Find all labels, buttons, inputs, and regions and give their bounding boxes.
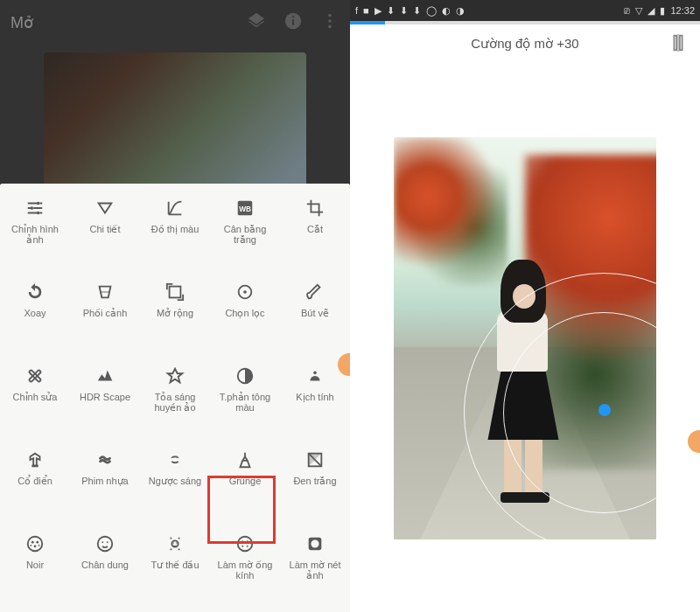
grainy-icon	[93, 448, 117, 472]
tool-label: Tư thế đầu	[150, 560, 199, 570]
tool-label: Đen trắng	[293, 476, 336, 486]
tool-rotate[interactable]: Xoay	[0, 280, 70, 346]
perspective-icon	[93, 280, 117, 304]
tool-curves[interactable]: Đồ thị màu	[140, 196, 210, 262]
info-icon[interactable]	[284, 11, 303, 34]
circle-icon: ◐	[442, 5, 451, 17]
tool-glamour[interactable]: Tỏa sáng huyền ảo	[140, 364, 210, 430]
cast-icon: ⎚	[624, 5, 630, 16]
svg-point-4	[328, 19, 332, 23]
svg-rect-11	[170, 287, 181, 298]
clock: 12:32	[670, 5, 695, 16]
tools-screen: Mở Chỉnh hình ảnhChi tiếtĐồ thị màuWBCân…	[0, 0, 350, 612]
editor-canvas[interactable]	[350, 63, 700, 612]
tool-expand[interactable]: Mở rộng	[140, 280, 210, 346]
header: Mở	[0, 0, 350, 45]
tool-bw[interactable]: Đen trắng	[280, 448, 350, 514]
svg-point-8	[37, 212, 40, 215]
more-icon[interactable]	[320, 11, 340, 34]
tool-label: T.phản tông màu	[214, 392, 276, 413]
wb-icon: WB	[233, 196, 257, 220]
tool-label: Làm mờ nét ảnh	[284, 560, 346, 581]
tool-lens-blur[interactable]: Làm mờ ống kính	[210, 532, 280, 598]
battery-icon: ▮	[660, 5, 665, 17]
tool-label: Ngược sáng	[149, 476, 201, 486]
tool-grainy[interactable]: Phim nhựa	[70, 448, 140, 514]
bw-icon	[303, 448, 327, 472]
expand-icon	[163, 280, 187, 304]
video-icon: ■	[363, 5, 369, 16]
svg-rect-14	[29, 370, 41, 382]
tool-portrait[interactable]: Chân dung	[70, 532, 140, 598]
tonal-icon	[233, 364, 257, 388]
tool-panel[interactable]: Chỉnh hình ảnhChi tiếtĐồ thị màuWBCân bằ…	[0, 184, 350, 612]
tool-vintage[interactable]: Cổ điển	[0, 448, 70, 514]
status-bar: f ■ ▶ ⬇ ⬇ ⬇ ◯ ◐ ◑ ⎚ ▽ ◢ ▮ 12:32	[350, 0, 700, 21]
tool-headpose[interactable]: Tư thế đầu	[140, 532, 210, 598]
tool-label: Làm mờ ống kính	[214, 560, 276, 581]
drama-icon	[303, 364, 327, 388]
tool-vignette[interactable]: Làm mờ nét ảnh	[280, 532, 350, 598]
uc-icon: ◯	[426, 5, 437, 17]
compare-icon[interactable]	[668, 33, 688, 55]
svg-point-34	[247, 540, 248, 542]
rotate-icon	[23, 280, 47, 304]
tool-label: Phim nhựa	[81, 476, 128, 486]
portrait-icon	[93, 532, 117, 556]
retrolux-icon	[163, 448, 187, 472]
svg-rect-18	[32, 465, 38, 468]
svg-point-35	[242, 546, 243, 547]
svg-point-31	[176, 542, 177, 543]
svg-point-22	[36, 541, 38, 544]
layers-icon[interactable]	[247, 11, 266, 34]
hdr-icon	[93, 364, 117, 388]
curves-icon	[163, 196, 187, 220]
svg-point-27	[102, 541, 103, 543]
download-icon: ⬇	[400, 5, 408, 17]
tool-label: HDR Scape	[80, 392, 130, 402]
tool-healing[interactable]: Chỉnh sửa	[0, 364, 70, 430]
dark-preview-region: Mở	[0, 0, 350, 184]
tool-brush[interactable]: Bút vẽ	[280, 280, 350, 346]
blur-strength-text: Cường độ mờ +30	[471, 36, 578, 52]
selective-icon	[233, 280, 257, 304]
blur-strength-label[interactable]: Cường độ mờ +30	[350, 24, 700, 63]
tool-wb[interactable]: WBCân bằng trắng	[210, 196, 280, 262]
tool-drama[interactable]: Kịch tính	[280, 364, 350, 430]
tool-crop[interactable]: Cắt	[280, 196, 350, 262]
tool-label: Đồ thị màu	[151, 224, 200, 234]
tool-label: Xoay	[24, 308, 46, 318]
tool-selective[interactable]: Chọn lọc	[210, 280, 280, 346]
photo[interactable]	[394, 137, 656, 539]
tool-label: Chân dung	[81, 560, 129, 570]
tool-noir[interactable]: Noir	[0, 532, 70, 598]
tool-hdr[interactable]: HDR Scape	[70, 364, 140, 430]
healing-icon	[23, 364, 47, 388]
vignette-icon	[303, 532, 327, 556]
tool-triangle-down[interactable]: Chi tiết	[70, 196, 140, 262]
tool-label: Tỏa sáng huyền ảo	[144, 392, 206, 413]
tool-retrolux[interactable]: Ngược sáng	[140, 448, 210, 514]
focus-center-dot[interactable]	[598, 404, 611, 416]
brush-icon	[303, 280, 327, 304]
triangle-down-icon	[93, 196, 117, 220]
svg-point-25	[38, 545, 40, 546]
tool-tune[interactable]: Chỉnh hình ảnh	[0, 196, 70, 262]
tool-label: Noir	[26, 560, 44, 570]
crop-icon	[303, 196, 327, 220]
tool-perspective[interactable]: Phối cảnh	[70, 280, 140, 346]
svg-point-28	[107, 541, 108, 543]
svg-point-21	[32, 541, 34, 544]
circle-icon: ◑	[456, 5, 465, 17]
open-title[interactable]: Mở	[10, 13, 33, 32]
noir-icon	[23, 532, 47, 556]
tool-label: Phối cảnh	[83, 308, 128, 318]
tool-tonal[interactable]: T.phản tông màu	[210, 364, 280, 430]
svg-point-7	[31, 206, 34, 210]
assist-bubble[interactable]	[688, 430, 700, 453]
youtube-icon: ▶	[374, 5, 382, 17]
wifi-icon: ▽	[635, 5, 642, 17]
tool-grunge[interactable]: Grunge	[210, 448, 280, 514]
svg-point-26	[98, 537, 113, 552]
subject	[478, 260, 565, 504]
